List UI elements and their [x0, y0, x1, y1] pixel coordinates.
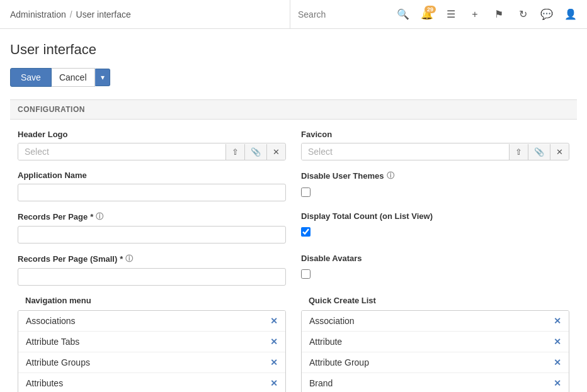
col-application-name: Application Name AtroPIM: [10, 171, 294, 211]
chat-icon[interactable]: 💬: [535, 3, 558, 26]
favicon-label: Favicon: [301, 130, 569, 139]
list-item: Attribute Tabs✕: [18, 332, 285, 352]
breadcrumb-separator: /: [70, 9, 72, 20]
application-name-input[interactable]: AtroPIM: [18, 184, 286, 201]
list-item-remove-btn[interactable]: ✕: [270, 378, 278, 388]
row-logo-favicon: Header Logo Select ⇧ 📎 ✕ Favicon Select …: [10, 130, 577, 171]
row-records-small-avatars: Records Per Page (Small) * ⓘ 20 Disable …: [10, 254, 577, 296]
application-name-label: Application Name: [18, 171, 286, 180]
quick-create-list: Association✕Attribute✕Attribute Group✕Br…: [301, 310, 569, 392]
page-title: User interface: [10, 42, 577, 58]
records-per-page-small-required: *: [120, 254, 123, 264]
col-display-total-count: Display Total Count (on List View): [294, 211, 577, 254]
history-icon[interactable]: ↻: [511, 3, 534, 26]
favicon-placeholder: Select: [302, 143, 509, 160]
favicon-clear-btn[interactable]: ✕: [550, 144, 569, 160]
disable-avatars-row: [301, 267, 569, 281]
disable-user-themes-checkbox[interactable]: [301, 188, 311, 197]
records-per-page-small-label: Records Per Page (Small) * ⓘ: [18, 254, 286, 264]
row-records-display: Records Per Page * ⓘ 50 Display Total Co…: [10, 211, 577, 254]
favicon-up-btn[interactable]: ⇧: [509, 144, 528, 160]
section-header: CONFIGURATION: [10, 99, 577, 120]
form-body: Header Logo Select ⇧ 📎 ✕ Favicon Select …: [10, 120, 577, 392]
list-item: Brand✕: [302, 373, 569, 392]
disable-user-themes-info-icon: ⓘ: [387, 171, 394, 181]
col-navigation-menu: Navigation menu Associations✕Attribute T…: [10, 296, 294, 392]
records-per-page-label: Records Per Page * ⓘ: [18, 211, 286, 222]
list-item-remove-btn[interactable]: ✕: [554, 337, 561, 347]
lists-row: Navigation menu Associations✕Attribute T…: [10, 296, 577, 392]
bell-icon[interactable]: 🔔 29: [416, 3, 438, 26]
disable-user-themes-label: Disable User Themes ⓘ: [301, 171, 569, 181]
col-header-logo: Header Logo Select ⇧ 📎 ✕: [10, 130, 294, 171]
display-total-count-label: Display Total Count (on List View): [301, 211, 569, 221]
list-item-label: Attribute Tabs: [26, 337, 79, 347]
header-logo-up-btn[interactable]: ⇧: [225, 144, 244, 160]
favicon-select: Select ⇧ 📎 ✕: [301, 143, 569, 160]
breadcrumb: Administration / User interface: [0, 9, 290, 20]
col-disable-avatars: Disable Avatars: [294, 254, 577, 296]
col-favicon: Favicon Select ⇧ 📎 ✕: [294, 130, 577, 171]
records-per-page-info-icon: ⓘ: [96, 211, 103, 222]
save-button[interactable]: Save: [10, 68, 52, 87]
breadcrumb-current: User interface: [76, 9, 131, 20]
dropdown-button[interactable]: ▾: [95, 69, 110, 86]
list-item-remove-btn[interactable]: ✕: [270, 316, 278, 326]
records-per-page-input[interactable]: 50: [18, 226, 286, 244]
header-logo-clear-btn[interactable]: ✕: [266, 144, 285, 160]
navigation-menu-list: Associations✕Attribute Tabs✕Attribute Gr…: [18, 310, 286, 392]
header-logo-placeholder: Select: [18, 143, 225, 160]
page-content: User interface Save Cancel ▾ CONFIGURATI…: [0, 29, 587, 392]
list-item-remove-btn[interactable]: ✕: [554, 316, 561, 326]
list-item: Attribute Group✕: [302, 352, 569, 373]
row-appname-themes: Application Name AtroPIM Disable User Th…: [10, 171, 577, 211]
nav-icons: 🔍 🔔 29 ☰ + ⚑ ↻ 💬 👤: [387, 3, 587, 26]
list-item-remove-btn[interactable]: ✕: [270, 337, 278, 347]
display-total-count-checkbox[interactable]: [301, 227, 311, 237]
header-logo-select: Select ⇧ 📎 ✕: [18, 143, 286, 160]
list-item: Association✕: [302, 311, 569, 332]
user-icon[interactable]: 👤: [559, 3, 582, 26]
toolbar: Save Cancel ▾: [10, 68, 577, 87]
list-item-remove-btn[interactable]: ✕: [270, 357, 278, 367]
bookmark-icon[interactable]: ⚑: [487, 3, 510, 26]
list-item-label: Attribute Group: [309, 357, 369, 367]
disable-user-themes-row: [301, 185, 569, 199]
navigation-menu-label: Navigation menu: [18, 296, 286, 310]
display-total-count-row: [301, 225, 569, 239]
list-item-remove-btn[interactable]: ✕: [554, 378, 561, 388]
header-logo-label: Header Logo: [18, 130, 286, 139]
disable-avatars-label: Disable Avatars: [301, 254, 569, 263]
header-logo-attach-btn[interactable]: 📎: [244, 144, 266, 160]
records-per-page-required: *: [90, 212, 93, 221]
col-records-per-page: Records Per Page * ⓘ 50: [10, 211, 294, 254]
col-disable-user-themes: Disable User Themes ⓘ: [294, 171, 577, 211]
breadcrumb-parent[interactable]: Administration: [10, 9, 66, 20]
search-icon[interactable]: 🔍: [392, 3, 414, 26]
search-input[interactable]: [298, 9, 379, 20]
list-item-label: Associations: [26, 316, 76, 326]
records-per-page-small-input[interactable]: 20: [18, 268, 286, 286]
list-item: Attributes✕: [18, 373, 285, 392]
top-nav: Administration / User interface 🔍 🔔 29 ☰…: [0, 0, 587, 29]
list-item-label: Attribute Groups: [26, 357, 90, 367]
favicon-attach-btn[interactable]: 📎: [528, 144, 550, 160]
notification-badge: 29: [425, 6, 436, 13]
list-item: Attribute Groups✕: [18, 352, 285, 373]
list-item-label: Brand: [309, 378, 333, 388]
list-item-remove-btn[interactable]: ✕: [554, 357, 561, 367]
quick-create-label: Quick Create List: [301, 296, 569, 310]
records-per-page-small-info-icon: ⓘ: [125, 254, 133, 264]
disable-avatars-checkbox[interactable]: [301, 269, 311, 279]
list-item-label: Attribute: [309, 337, 342, 347]
list-icon[interactable]: ☰: [440, 3, 462, 26]
cancel-button[interactable]: Cancel: [52, 68, 95, 87]
list-item: Attribute✕: [302, 332, 569, 352]
search-area: [290, 0, 387, 28]
col-quick-create-list: Quick Create List Association✕Attribute✕…: [294, 296, 577, 392]
plus-icon[interactable]: +: [464, 3, 486, 26]
col-records-per-page-small: Records Per Page (Small) * ⓘ 20: [10, 254, 294, 296]
list-item: Associations✕: [18, 311, 285, 332]
list-item-label: Association: [309, 316, 355, 326]
list-item-label: Attributes: [26, 378, 63, 388]
